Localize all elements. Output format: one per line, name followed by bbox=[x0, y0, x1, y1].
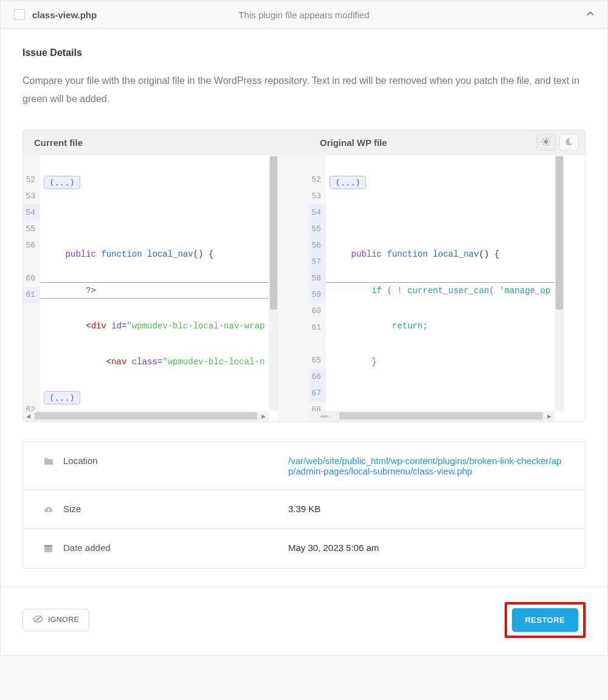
issue-description: Compare your file with the original file… bbox=[22, 72, 586, 109]
diff-sync-controls[interactable]: ⇒⇐ bbox=[309, 411, 339, 421]
diff-body: 52 53 54 55 56 60 61 bbox=[23, 155, 585, 421]
code-left[interactable]: (...) public function local_nav() { ?> <… bbox=[40, 155, 278, 421]
meta-size-value: 3.39 KB bbox=[288, 504, 564, 514]
file-meta-table: Location /var/web/site/public_html/wp-co… bbox=[22, 442, 586, 569]
fold-marker[interactable]: (...) bbox=[330, 176, 366, 189]
panel-body: Issue Details Compare your file with the… bbox=[1, 29, 607, 569]
scrollbar-horizontal[interactable]: ◀ ▶ bbox=[309, 411, 554, 421]
diff-header: Current file Original WP file bbox=[23, 130, 585, 155]
meta-location-label: Location bbox=[63, 456, 288, 466]
svg-line-5 bbox=[543, 139, 544, 139]
calendar-icon bbox=[44, 544, 57, 555]
scrollbar-vertical[interactable] bbox=[554, 155, 564, 411]
diff-pane-current: 52 53 54 55 56 60 61 bbox=[23, 155, 278, 421]
scroll-left-icon[interactable]: ◀ bbox=[23, 411, 33, 421]
svg-line-7 bbox=[543, 144, 544, 144]
scroll-right-icon[interactable]: ▶ bbox=[258, 411, 269, 421]
meta-row-date: Date added May 30, 2023 5:06 am bbox=[23, 528, 585, 568]
meta-size-label: Size bbox=[63, 504, 288, 514]
select-file-checkbox[interactable] bbox=[14, 9, 25, 20]
diff-right-title: Original WP file bbox=[309, 130, 585, 155]
sun-icon bbox=[541, 137, 551, 148]
panel-header[interactable]: class-view.php This plugin file appears … bbox=[1, 1, 607, 29]
issue-details-heading: Issue Details bbox=[22, 47, 586, 58]
diff-left-title: Current file bbox=[23, 130, 309, 155]
chevron-up-icon[interactable] bbox=[587, 10, 594, 19]
light-theme-button[interactable] bbox=[536, 134, 556, 151]
meta-row-location: Location /var/web/site/public_html/wp-co… bbox=[23, 442, 585, 490]
panel-footer: IGNORE RESTORE bbox=[1, 587, 607, 655]
file-status-message: This plugin file appears modified bbox=[238, 10, 369, 20]
diff-pane-original: 52 53 54 55 56 57 58 59 60 61 65 bbox=[309, 155, 564, 421]
meta-row-size: Size 3.39 KB bbox=[23, 490, 585, 528]
issue-panel: class-view.php This plugin file appears … bbox=[0, 0, 608, 656]
svg-point-0 bbox=[544, 140, 548, 144]
file-location-link[interactable]: /var/web/site/public_html/wp-content/plu… bbox=[288, 456, 561, 476]
scrollbar-horizontal[interactable]: ◀ ▶ bbox=[23, 411, 269, 421]
svg-line-6 bbox=[548, 144, 549, 144]
scrollbar-vertical[interactable] bbox=[269, 155, 278, 411]
code-right[interactable]: (...) public function local_nav() { if (… bbox=[326, 155, 564, 421]
svg-rect-10 bbox=[44, 545, 52, 547]
meta-date-label: Date added bbox=[63, 542, 288, 553]
diff-right-title-text: Original WP file bbox=[320, 137, 387, 148]
dark-theme-button[interactable] bbox=[559, 134, 579, 151]
file-name: class-view.php bbox=[32, 10, 97, 20]
eye-off-icon bbox=[33, 615, 43, 625]
svg-line-8 bbox=[548, 139, 549, 139]
fold-marker[interactable]: (...) bbox=[44, 176, 80, 189]
restore-button[interactable]: RESTORE bbox=[512, 608, 578, 632]
restore-highlight-box: RESTORE bbox=[505, 602, 586, 638]
diff-gutter bbox=[278, 155, 309, 421]
line-numbers-left: 52 53 54 55 56 60 61 bbox=[23, 155, 40, 421]
ignore-button-label: IGNORE bbox=[48, 615, 79, 624]
diff-viewer: Current file Original WP file bbox=[22, 130, 586, 422]
moon-icon bbox=[565, 137, 573, 148]
folder-icon bbox=[44, 457, 57, 467]
download-cloud-icon bbox=[44, 505, 57, 515]
scroll-right-icon[interactable]: ▶ bbox=[544, 411, 554, 421]
meta-date-value: May 30, 2023 5:06 am bbox=[288, 542, 564, 553]
fold-marker[interactable]: (...) bbox=[44, 391, 80, 404]
line-numbers-right: 52 53 54 55 56 57 58 59 60 61 65 bbox=[309, 155, 326, 421]
ignore-button[interactable]: IGNORE bbox=[22, 609, 89, 631]
